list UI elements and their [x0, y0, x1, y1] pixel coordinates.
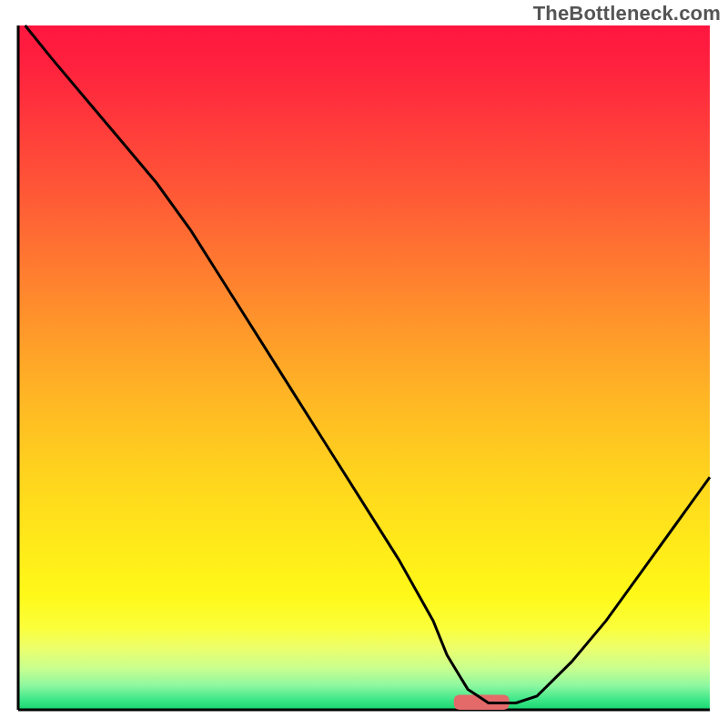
- watermark-text: TheBottleneck.com: [533, 2, 721, 25]
- bottleneck-chart: [0, 0, 728, 728]
- chart-frame: TheBottleneck.com: [0, 0, 728, 728]
- plot-background: [18, 25, 710, 710]
